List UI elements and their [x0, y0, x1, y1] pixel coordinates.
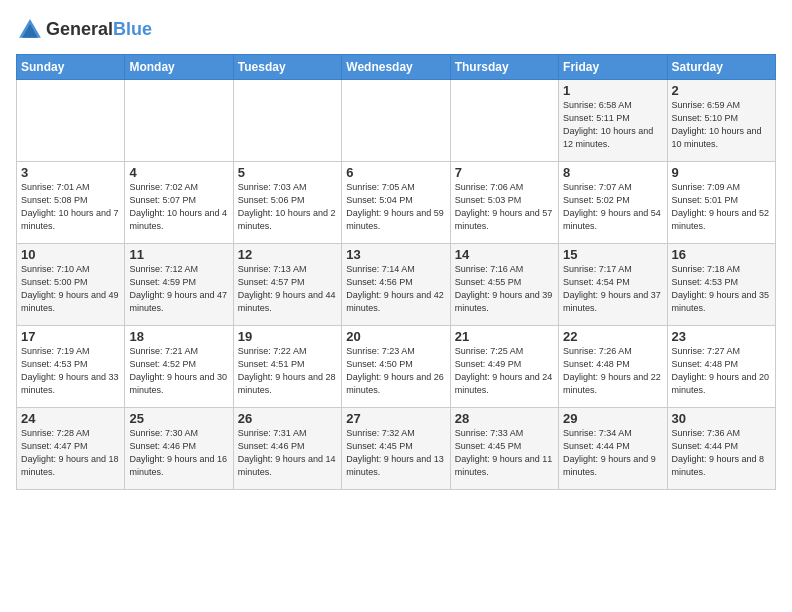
week-row-4: 24Sunrise: 7:28 AM Sunset: 4:47 PM Dayli… [17, 408, 776, 490]
day-cell: 29Sunrise: 7:34 AM Sunset: 4:44 PM Dayli… [559, 408, 667, 490]
day-info: Sunrise: 7:25 AM Sunset: 4:49 PM Dayligh… [455, 345, 554, 397]
day-info: Sunrise: 7:06 AM Sunset: 5:03 PM Dayligh… [455, 181, 554, 233]
day-number: 26 [238, 411, 337, 426]
day-number: 13 [346, 247, 445, 262]
day-number: 20 [346, 329, 445, 344]
logo-icon [16, 16, 44, 44]
day-info: Sunrise: 7:03 AM Sunset: 5:06 PM Dayligh… [238, 181, 337, 233]
day-cell: 24Sunrise: 7:28 AM Sunset: 4:47 PM Dayli… [17, 408, 125, 490]
day-cell: 26Sunrise: 7:31 AM Sunset: 4:46 PM Dayli… [233, 408, 341, 490]
day-cell: 14Sunrise: 7:16 AM Sunset: 4:55 PM Dayli… [450, 244, 558, 326]
week-row-3: 17Sunrise: 7:19 AM Sunset: 4:53 PM Dayli… [17, 326, 776, 408]
calendar-body: 1Sunrise: 6:58 AM Sunset: 5:11 PM Daylig… [17, 80, 776, 490]
day-cell: 18Sunrise: 7:21 AM Sunset: 4:52 PM Dayli… [125, 326, 233, 408]
day-info: Sunrise: 7:32 AM Sunset: 4:45 PM Dayligh… [346, 427, 445, 479]
day-number: 15 [563, 247, 662, 262]
day-number: 14 [455, 247, 554, 262]
day-info: Sunrise: 7:23 AM Sunset: 4:50 PM Dayligh… [346, 345, 445, 397]
day-number: 3 [21, 165, 120, 180]
day-number: 4 [129, 165, 228, 180]
day-info: Sunrise: 7:19 AM Sunset: 4:53 PM Dayligh… [21, 345, 120, 397]
header: GeneralBlue [16, 16, 776, 44]
day-cell: 16Sunrise: 7:18 AM Sunset: 4:53 PM Dayli… [667, 244, 775, 326]
day-number: 18 [129, 329, 228, 344]
day-number: 25 [129, 411, 228, 426]
day-info: Sunrise: 7:14 AM Sunset: 4:56 PM Dayligh… [346, 263, 445, 315]
day-number: 5 [238, 165, 337, 180]
calendar-table: SundayMondayTuesdayWednesdayThursdayFrid… [16, 54, 776, 490]
week-row-1: 3Sunrise: 7:01 AM Sunset: 5:08 PM Daylig… [17, 162, 776, 244]
day-cell [233, 80, 341, 162]
week-row-0: 1Sunrise: 6:58 AM Sunset: 5:11 PM Daylig… [17, 80, 776, 162]
day-info: Sunrise: 7:31 AM Sunset: 4:46 PM Dayligh… [238, 427, 337, 479]
day-number: 7 [455, 165, 554, 180]
day-cell: 5Sunrise: 7:03 AM Sunset: 5:06 PM Daylig… [233, 162, 341, 244]
day-cell: 2Sunrise: 6:59 AM Sunset: 5:10 PM Daylig… [667, 80, 775, 162]
day-number: 9 [672, 165, 771, 180]
day-number: 27 [346, 411, 445, 426]
day-cell: 12Sunrise: 7:13 AM Sunset: 4:57 PM Dayli… [233, 244, 341, 326]
day-cell: 20Sunrise: 7:23 AM Sunset: 4:50 PM Dayli… [342, 326, 450, 408]
day-info: Sunrise: 7:07 AM Sunset: 5:02 PM Dayligh… [563, 181, 662, 233]
day-number: 30 [672, 411, 771, 426]
weekday-sunday: Sunday [17, 55, 125, 80]
day-info: Sunrise: 7:17 AM Sunset: 4:54 PM Dayligh… [563, 263, 662, 315]
day-info: Sunrise: 7:09 AM Sunset: 5:01 PM Dayligh… [672, 181, 771, 233]
day-number: 2 [672, 83, 771, 98]
page: GeneralBlue SundayMondayTuesdayWednesday… [0, 0, 792, 612]
day-cell: 8Sunrise: 7:07 AM Sunset: 5:02 PM Daylig… [559, 162, 667, 244]
day-info: Sunrise: 7:28 AM Sunset: 4:47 PM Dayligh… [21, 427, 120, 479]
day-info: Sunrise: 7:12 AM Sunset: 4:59 PM Dayligh… [129, 263, 228, 315]
weekday-wednesday: Wednesday [342, 55, 450, 80]
day-cell: 10Sunrise: 7:10 AM Sunset: 5:00 PM Dayli… [17, 244, 125, 326]
day-info: Sunrise: 6:58 AM Sunset: 5:11 PM Dayligh… [563, 99, 662, 151]
day-cell: 6Sunrise: 7:05 AM Sunset: 5:04 PM Daylig… [342, 162, 450, 244]
day-cell: 9Sunrise: 7:09 AM Sunset: 5:01 PM Daylig… [667, 162, 775, 244]
day-info: Sunrise: 7:10 AM Sunset: 5:00 PM Dayligh… [21, 263, 120, 315]
weekday-monday: Monday [125, 55, 233, 80]
day-number: 12 [238, 247, 337, 262]
day-info: Sunrise: 7:27 AM Sunset: 4:48 PM Dayligh… [672, 345, 771, 397]
day-cell: 3Sunrise: 7:01 AM Sunset: 5:08 PM Daylig… [17, 162, 125, 244]
weekday-friday: Friday [559, 55, 667, 80]
day-cell: 30Sunrise: 7:36 AM Sunset: 4:44 PM Dayli… [667, 408, 775, 490]
day-info: Sunrise: 7:16 AM Sunset: 4:55 PM Dayligh… [455, 263, 554, 315]
day-cell: 23Sunrise: 7:27 AM Sunset: 4:48 PM Dayli… [667, 326, 775, 408]
day-cell: 13Sunrise: 7:14 AM Sunset: 4:56 PM Dayli… [342, 244, 450, 326]
day-number: 23 [672, 329, 771, 344]
weekday-saturday: Saturday [667, 55, 775, 80]
day-cell: 1Sunrise: 6:58 AM Sunset: 5:11 PM Daylig… [559, 80, 667, 162]
day-number: 19 [238, 329, 337, 344]
day-info: Sunrise: 7:33 AM Sunset: 4:45 PM Dayligh… [455, 427, 554, 479]
logo: GeneralBlue [16, 16, 152, 44]
day-cell: 7Sunrise: 7:06 AM Sunset: 5:03 PM Daylig… [450, 162, 558, 244]
day-info: Sunrise: 7:01 AM Sunset: 5:08 PM Dayligh… [21, 181, 120, 233]
day-number: 21 [455, 329, 554, 344]
day-number: 29 [563, 411, 662, 426]
logo-general: General [46, 19, 113, 39]
day-info: Sunrise: 7:22 AM Sunset: 4:51 PM Dayligh… [238, 345, 337, 397]
day-info: Sunrise: 7:21 AM Sunset: 4:52 PM Dayligh… [129, 345, 228, 397]
day-number: 17 [21, 329, 120, 344]
logo-text: GeneralBlue [46, 20, 152, 40]
logo-blue: Blue [113, 19, 152, 39]
weekday-header-row: SundayMondayTuesdayWednesdayThursdayFrid… [17, 55, 776, 80]
day-cell [342, 80, 450, 162]
day-info: Sunrise: 7:36 AM Sunset: 4:44 PM Dayligh… [672, 427, 771, 479]
weekday-tuesday: Tuesday [233, 55, 341, 80]
day-cell: 27Sunrise: 7:32 AM Sunset: 4:45 PM Dayli… [342, 408, 450, 490]
day-cell: 15Sunrise: 7:17 AM Sunset: 4:54 PM Dayli… [559, 244, 667, 326]
day-cell: 11Sunrise: 7:12 AM Sunset: 4:59 PM Dayli… [125, 244, 233, 326]
day-number: 10 [21, 247, 120, 262]
day-info: Sunrise: 7:18 AM Sunset: 4:53 PM Dayligh… [672, 263, 771, 315]
day-cell: 17Sunrise: 7:19 AM Sunset: 4:53 PM Dayli… [17, 326, 125, 408]
day-info: Sunrise: 7:02 AM Sunset: 5:07 PM Dayligh… [129, 181, 228, 233]
day-info: Sunrise: 6:59 AM Sunset: 5:10 PM Dayligh… [672, 99, 771, 151]
day-number: 28 [455, 411, 554, 426]
day-cell [17, 80, 125, 162]
day-cell: 28Sunrise: 7:33 AM Sunset: 4:45 PM Dayli… [450, 408, 558, 490]
day-cell: 22Sunrise: 7:26 AM Sunset: 4:48 PM Dayli… [559, 326, 667, 408]
day-cell: 25Sunrise: 7:30 AM Sunset: 4:46 PM Dayli… [125, 408, 233, 490]
weekday-thursday: Thursday [450, 55, 558, 80]
day-info: Sunrise: 7:26 AM Sunset: 4:48 PM Dayligh… [563, 345, 662, 397]
